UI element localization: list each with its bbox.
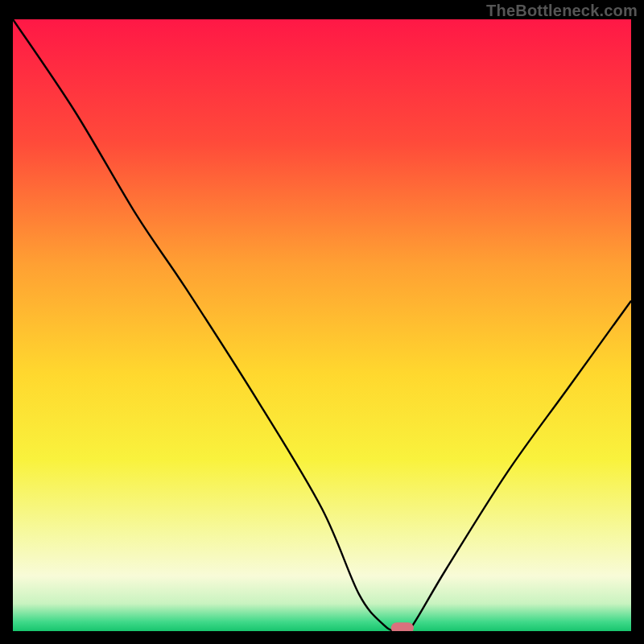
gradient-background bbox=[13, 19, 631, 631]
optimal-marker bbox=[391, 622, 414, 631]
chart-frame: TheBottleneck.com bbox=[0, 0, 644, 644]
watermark-label: TheBottleneck.com bbox=[486, 2, 638, 20]
bottleneck-chart bbox=[13, 19, 631, 631]
plot-area bbox=[13, 19, 631, 631]
